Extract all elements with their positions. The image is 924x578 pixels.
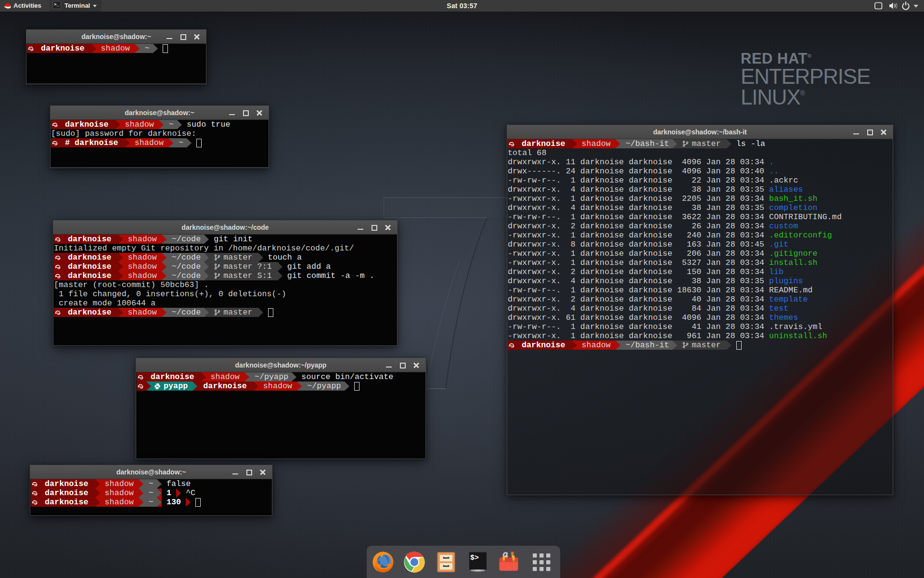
svg-text:$>: $>: [470, 554, 479, 562]
